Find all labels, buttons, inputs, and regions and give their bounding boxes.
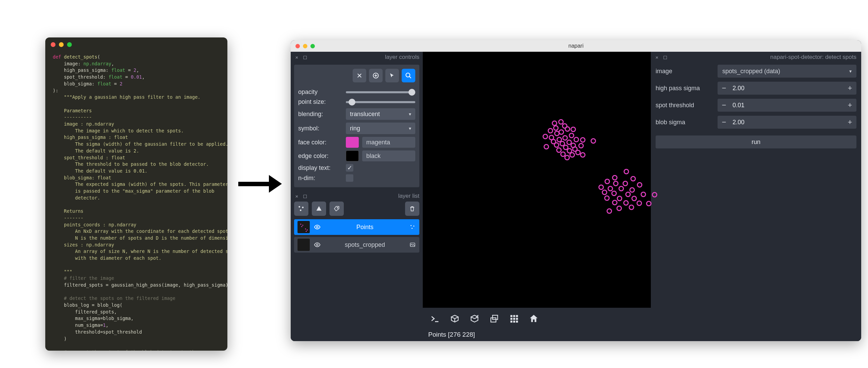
svg-rect-28: [516, 321, 518, 323]
blob-sigma-label: blob sigma: [656, 119, 713, 126]
grid-button[interactable]: [507, 311, 521, 326]
roll-dims-button[interactable]: [467, 311, 482, 326]
select-tool[interactable]: [385, 69, 399, 82]
increment-button[interactable]: +: [843, 116, 856, 129]
comment: # convert the output of the blob detecto…: [64, 349, 198, 351]
spot-ring: [605, 179, 610, 184]
popout-icon[interactable]: ◻: [302, 193, 308, 199]
increment-button[interactable]: +: [843, 82, 856, 95]
svg-line-6: [409, 77, 411, 78]
ndim-checkbox[interactable]: [346, 174, 353, 182]
symbol-select[interactable]: ring▾: [346, 123, 415, 134]
run-button[interactable]: run: [656, 135, 856, 148]
opacity-slider[interactable]: [346, 91, 415, 93]
svg-rect-19: [493, 315, 498, 320]
image-param-select[interactable]: spots_cropped (data) ▾: [718, 65, 856, 78]
edgecolor-label: edge color:: [298, 153, 342, 160]
decrement-button[interactable]: −: [718, 99, 730, 112]
add-point-tool[interactable]: [369, 69, 383, 82]
spot-ring: [569, 152, 575, 158]
facecolor-label: face color:: [298, 139, 342, 146]
plugin-title-label: napari-spot-detector: detect spots: [770, 54, 856, 61]
layer-controls-header: × ◻ layer controls: [291, 52, 423, 63]
layer-thumbnail: [298, 221, 310, 233]
layer-type-points-icon: [409, 224, 416, 230]
visibility-toggle-icon[interactable]: [314, 241, 321, 248]
comment: # filter the image: [64, 275, 114, 281]
docstring-returns-dash: -------: [64, 215, 83, 221]
spot-ring: [602, 190, 607, 195]
spot-ring: [612, 200, 617, 205]
facecolor-value[interactable]: magenta: [362, 137, 415, 148]
popout-icon[interactable]: ◻: [302, 54, 308, 60]
layer-item-image[interactable]: spots_cropped: [294, 237, 419, 253]
delete-point-tool[interactable]: [353, 69, 366, 82]
decrement-button[interactable]: −: [718, 82, 730, 95]
new-points-layer-button[interactable]: [294, 202, 308, 216]
window-title: napari: [291, 43, 861, 49]
svg-point-5: [406, 73, 410, 77]
spot-ring: [554, 131, 560, 136]
close-panel-icon[interactable]: ×: [294, 54, 300, 60]
edgecolor-value[interactable]: black: [362, 150, 415, 161]
facecolor-swatch[interactable]: [346, 137, 359, 148]
spot-ring: [623, 181, 628, 186]
spot-ring: [544, 144, 549, 149]
image-param-label: image: [656, 68, 713, 75]
new-labels-layer-button[interactable]: [329, 202, 344, 216]
code-line: threshold=spot_threshold: [75, 329, 142, 335]
spot-ring: [604, 195, 610, 201]
spot-ring: [569, 133, 574, 138]
code-line: filtered_spots = gaussian_high_pass(imag…: [64, 282, 227, 288]
viewer-canvas[interactable]: Points [276 228]: [423, 52, 651, 341]
docstring-returns-header: Returns: [64, 208, 83, 214]
popout-icon[interactable]: ◻: [662, 54, 668, 60]
close-panel-icon[interactable]: ×: [294, 193, 300, 199]
visibility-toggle-icon[interactable]: [314, 224, 321, 230]
spot-ring: [562, 135, 568, 141]
spot-ring: [641, 192, 646, 197]
displaytext-checkbox[interactable]: ✓: [346, 164, 353, 172]
spot-ring: [591, 138, 596, 144]
layer-thumbnail: [298, 239, 310, 251]
spot-threshold-input[interactable]: − 0.01 +: [718, 99, 856, 112]
blending-value: translucent: [350, 111, 380, 118]
blending-select[interactable]: translucent▾: [346, 108, 415, 120]
spot-ring: [611, 191, 617, 196]
svg-rect-23: [511, 318, 513, 320]
spot-ring: [652, 192, 657, 197]
plugin-panel: × ◻ napari-spot-detector: detect spots i…: [651, 52, 861, 341]
spot-ring: [631, 196, 637, 201]
blob-sigma-input[interactable]: − 2.00 +: [718, 116, 856, 129]
spot-ring: [629, 205, 634, 210]
svg-point-11: [317, 226, 318, 228]
new-shapes-layer-button[interactable]: [312, 202, 326, 216]
transpose-dims-button[interactable]: [487, 311, 502, 326]
minimize-icon[interactable]: [59, 42, 64, 47]
blob-sigma-value: 2.00: [730, 119, 843, 126]
ndisplay-button[interactable]: [447, 311, 462, 326]
svg-point-12: [411, 225, 412, 226]
close-panel-icon[interactable]: ×: [654, 54, 660, 60]
svg-point-9: [300, 209, 302, 211]
increment-button[interactable]: +: [843, 99, 856, 112]
close-icon[interactable]: [51, 42, 55, 47]
code-line: filtered_spots,: [75, 309, 117, 315]
delete-layer-button[interactable]: [405, 202, 419, 216]
opacity-label: opacity: [298, 89, 342, 96]
decrement-button[interactable]: −: [718, 116, 730, 129]
highpass-sigma-input[interactable]: − 2.00 +: [718, 82, 856, 95]
svg-point-13: [413, 226, 414, 227]
spot-threshold-value: 0.01: [730, 102, 843, 109]
maximize-icon[interactable]: [67, 42, 72, 47]
layer-item-points[interactable]: Points: [294, 219, 419, 235]
console-button[interactable]: [428, 311, 443, 326]
spot-ring: [570, 127, 576, 132]
pan-zoom-tool[interactable]: [402, 69, 415, 82]
comment: # detect the spots on the filtered image: [64, 295, 175, 301]
edgecolor-swatch[interactable]: [346, 150, 359, 161]
svg-rect-21: [513, 315, 515, 317]
spot-ring: [617, 196, 622, 201]
home-button[interactable]: [526, 311, 541, 326]
pointsize-slider[interactable]: [346, 101, 415, 103]
